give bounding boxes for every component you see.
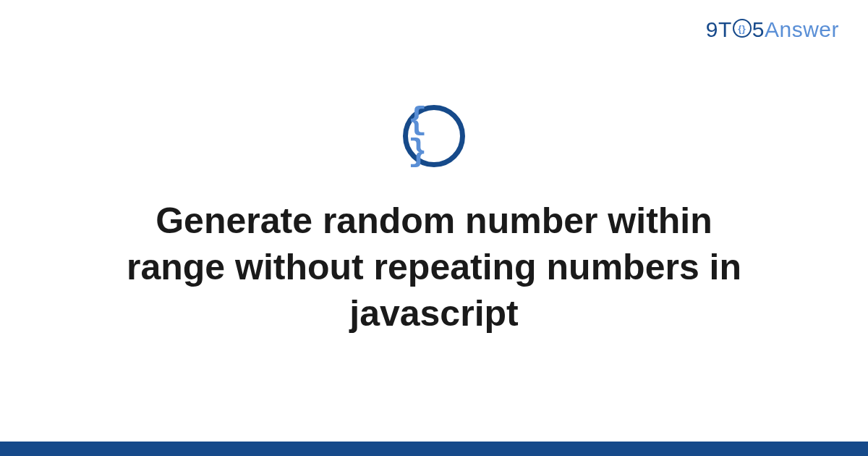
page-title: Generate random number within range with…	[87, 198, 781, 337]
code-braces-icon: { }	[408, 104, 460, 168]
category-badge: { }	[403, 105, 465, 167]
footer-accent-bar	[0, 442, 868, 456]
main-content: { } Generate random number within range …	[0, 0, 868, 442]
